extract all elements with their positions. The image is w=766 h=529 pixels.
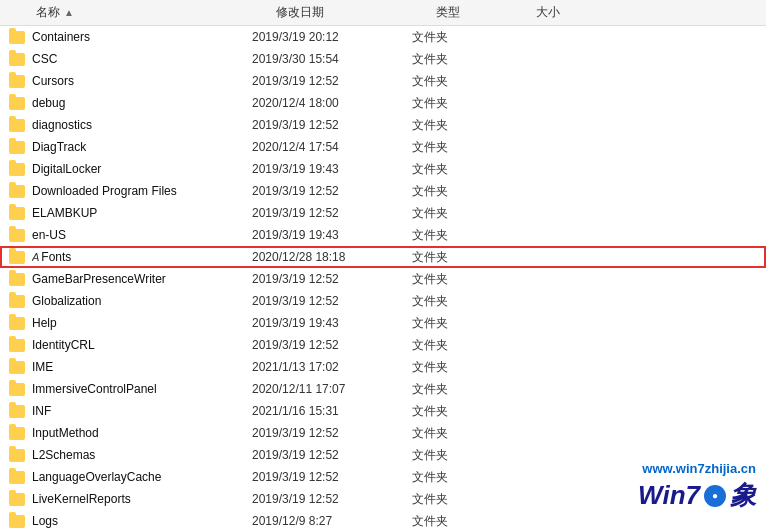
- file-date: 2019/3/19 12:52: [252, 492, 412, 506]
- file-date: 2019/3/19 12:52: [252, 74, 412, 88]
- table-row[interactable]: LanguageOverlayCache2019/3/19 12:52文件夹: [0, 466, 766, 488]
- file-name-text: Fonts: [41, 250, 71, 264]
- folder-icon: [8, 314, 26, 332]
- folder-icon: [8, 380, 26, 398]
- file-date: 2019/12/9 8:27: [252, 514, 412, 528]
- folder-icon: [8, 358, 26, 376]
- file-type: 文件夹: [412, 29, 512, 46]
- sort-arrow-icon: ▲: [64, 7, 74, 18]
- column-name[interactable]: 名称 ▲: [36, 4, 276, 21]
- file-name-text: IdentityCRL: [32, 338, 252, 352]
- table-row[interactable]: CSC2019/3/30 15:54文件夹: [0, 48, 766, 70]
- folder-icon: [8, 402, 26, 420]
- table-row[interactable]: Cursors2019/3/19 12:52文件夹: [0, 70, 766, 92]
- file-type: 文件夹: [412, 117, 512, 134]
- folder-icon: [8, 336, 26, 354]
- folder-icon: [8, 424, 26, 442]
- table-row[interactable]: IME2021/1/13 17:02文件夹: [0, 356, 766, 378]
- table-row[interactable]: DigitalLocker2019/3/19 19:43文件夹: [0, 158, 766, 180]
- file-date: 2021/1/13 17:02: [252, 360, 412, 374]
- column-type-label: 类型: [436, 5, 460, 19]
- file-name-text: Logs: [32, 514, 252, 528]
- table-row[interactable]: IdentityCRL2019/3/19 12:52文件夹: [0, 334, 766, 356]
- file-type: 文件夹: [412, 51, 512, 68]
- column-size-label: 大小: [536, 5, 560, 19]
- table-row[interactable]: Logs2019/12/9 8:27文件夹: [0, 510, 766, 529]
- table-row[interactable]: Containers2019/3/19 20:12文件夹: [0, 26, 766, 48]
- table-row[interactable]: ELAMBKUP2019/3/19 12:52文件夹: [0, 202, 766, 224]
- file-name-text: L2Schemas: [32, 448, 252, 462]
- table-row[interactable]: GameBarPresenceWriter2019/3/19 12:52文件夹: [0, 268, 766, 290]
- table-row[interactable]: AFonts2020/12/28 18:18文件夹: [0, 246, 766, 268]
- file-name-text: Help: [32, 316, 252, 330]
- file-date: 2019/3/19 19:43: [252, 162, 412, 176]
- file-type: 文件夹: [412, 227, 512, 244]
- file-type: 文件夹: [412, 425, 512, 442]
- file-name-text: LanguageOverlayCache: [32, 470, 252, 484]
- table-row[interactable]: LiveKernelReports2019/3/19 12:52文件夹: [0, 488, 766, 510]
- folder-icon: [8, 50, 26, 68]
- file-date: 2019/3/19 12:52: [252, 118, 412, 132]
- file-type: 文件夹: [412, 491, 512, 508]
- file-list[interactable]: Containers2019/3/19 20:12文件夹CSC2019/3/30…: [0, 26, 766, 529]
- table-row[interactable]: diagnostics2019/3/19 12:52文件夹: [0, 114, 766, 136]
- folder-icon: [8, 72, 26, 90]
- file-explorer: 名称 ▲ 修改日期 类型 大小 Containers2019/3/19 20:1…: [0, 0, 766, 529]
- table-row[interactable]: INF2021/1/16 15:31文件夹: [0, 400, 766, 422]
- table-row[interactable]: DiagTrack2020/12/4 17:54文件夹: [0, 136, 766, 158]
- file-type: 文件夹: [412, 513, 512, 530]
- file-type: 文件夹: [412, 271, 512, 288]
- folder-icon: [8, 292, 26, 310]
- table-row[interactable]: L2Schemas2019/3/19 12:52文件夹: [0, 444, 766, 466]
- file-name-text: Cursors: [32, 74, 252, 88]
- table-row[interactable]: debug2020/12/4 18:00文件夹: [0, 92, 766, 114]
- file-name-text: DigitalLocker: [32, 162, 252, 176]
- column-date-label: 修改日期: [276, 5, 324, 19]
- file-name-text: Globalization: [32, 294, 252, 308]
- file-date: 2020/12/28 18:18: [252, 250, 412, 264]
- table-row[interactable]: ImmersiveControlPanel2020/12/11 17:07文件夹: [0, 378, 766, 400]
- file-name-text: LiveKernelReports: [32, 492, 252, 506]
- file-date: 2020/12/11 17:07: [252, 382, 412, 396]
- table-row[interactable]: Help2019/3/19 19:43文件夹: [0, 312, 766, 334]
- folder-icon: [8, 94, 26, 112]
- file-date: 2019/3/30 15:54: [252, 52, 412, 66]
- file-type: 文件夹: [412, 293, 512, 310]
- file-name-text: DiagTrack: [32, 140, 252, 154]
- file-name-text: en-US: [32, 228, 252, 242]
- folder-icon: [8, 446, 26, 464]
- folder-icon: [8, 248, 26, 266]
- column-date[interactable]: 修改日期: [276, 4, 436, 21]
- file-type: 文件夹: [412, 73, 512, 90]
- file-date: 2019/3/19 12:52: [252, 426, 412, 440]
- column-name-label: 名称: [36, 4, 60, 21]
- table-row[interactable]: InputMethod2019/3/19 12:52文件夹: [0, 422, 766, 444]
- file-name-text: GameBarPresenceWriter: [32, 272, 252, 286]
- file-name-text: debug: [32, 96, 252, 110]
- file-type: 文件夹: [412, 359, 512, 376]
- folder-icon: [8, 512, 26, 529]
- file-type: 文件夹: [412, 447, 512, 464]
- file-date: 2019/3/19 12:52: [252, 206, 412, 220]
- file-type: 文件夹: [412, 337, 512, 354]
- folder-icon: [8, 490, 26, 508]
- file-name-text: Containers: [32, 30, 252, 44]
- column-type[interactable]: 类型: [436, 4, 536, 21]
- file-type: 文件夹: [412, 161, 512, 178]
- table-row[interactable]: en-US2019/3/19 19:43文件夹: [0, 224, 766, 246]
- file-type: 文件夹: [412, 249, 512, 266]
- column-size[interactable]: 大小: [536, 4, 616, 21]
- file-date: 2019/3/19 12:52: [252, 470, 412, 484]
- folder-icon: [8, 116, 26, 134]
- folder-icon: [8, 160, 26, 178]
- file-type: 文件夹: [412, 183, 512, 200]
- file-type: 文件夹: [412, 315, 512, 332]
- folder-icon: [8, 226, 26, 244]
- table-row[interactable]: Globalization2019/3/19 12:52文件夹: [0, 290, 766, 312]
- file-type: 文件夹: [412, 469, 512, 486]
- folder-icon: [8, 468, 26, 486]
- table-row[interactable]: Downloaded Program Files2019/3/19 12:52文…: [0, 180, 766, 202]
- file-date: 2019/3/19 12:52: [252, 184, 412, 198]
- file-date: 2019/3/19 12:52: [252, 448, 412, 462]
- file-date: 2020/12/4 18:00: [252, 96, 412, 110]
